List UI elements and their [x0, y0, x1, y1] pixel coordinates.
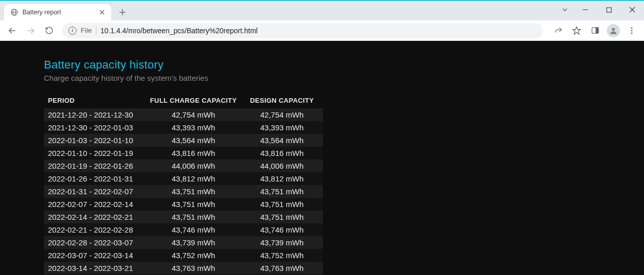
forward-button[interactable]: [22, 22, 39, 39]
table-row: 2022-01-26 - 2022-01-3143,812 mWh43,812 …: [44, 172, 323, 185]
cell-full-charge: 44,006 mWh: [146, 159, 246, 172]
url-scheme-label: File: [81, 27, 92, 34]
cell-period: 2022-02-07 - 2022-02-14: [44, 198, 146, 211]
cell-full-charge: 43,751 mWh: [146, 211, 246, 223]
cell-full-charge: 42,754 mWh: [146, 108, 246, 121]
page-content[interactable]: Battery capacity history Charge capacity…: [0, 41, 644, 275]
cell-period: 2022-01-19 - 2022-01-26: [44, 159, 146, 172]
cell-period: 2022-01-31 - 2022-02-07: [44, 185, 146, 198]
cell-design: 43,564 mWh: [246, 134, 323, 147]
cell-full-charge: 43,739 mWh: [146, 236, 246, 249]
cell-full-charge: 43,751 mWh: [146, 185, 246, 198]
svg-rect-8: [607, 8, 611, 12]
col-design: DESIGN CAPACITY: [246, 94, 323, 108]
menu-button[interactable]: [624, 22, 640, 39]
table-header-row: PERIOD FULL CHARGE CAPACITY DESIGN CAPAC…: [44, 94, 323, 108]
new-tab-button[interactable]: [115, 5, 130, 19]
cell-full-charge: 43,763 mWh: [146, 262, 246, 274]
cell-period: 2021-12-20 - 2021-12-30: [44, 108, 146, 121]
capacity-table: PERIOD FULL CHARGE CAPACITY DESIGN CAPAC…: [44, 94, 323, 274]
back-button[interactable]: [4, 22, 20, 39]
table-row: 2021-12-30 - 2022-01-0343,393 mWh43,393 …: [44, 121, 323, 134]
window-controls: [556, 1, 644, 18]
svg-point-17: [631, 27, 633, 29]
table-row: 2022-01-19 - 2022-01-2644,006 mWh44,006 …: [44, 159, 323, 172]
section-title: Battery capacity history: [44, 58, 644, 72]
tab-title: Battery report: [22, 9, 98, 16]
window-close-button[interactable]: [621, 1, 644, 18]
cell-design: 43,739 mWh: [246, 236, 323, 249]
cell-design: 43,751 mWh: [246, 198, 323, 211]
bookmark-button[interactable]: [568, 22, 585, 39]
cell-period: 2021-12-30 - 2022-01-03: [44, 121, 146, 134]
cell-design: 43,746 mWh: [246, 223, 323, 236]
table-row: 2022-01-10 - 2022-01-1943,816 mWh43,816 …: [44, 147, 323, 159]
cell-period: 2022-03-07 - 2022-03-14: [44, 249, 146, 262]
share-button[interactable]: [550, 22, 566, 39]
titlebar: Battery report: [0, 1, 644, 20]
cell-period: 2022-03-14 - 2022-03-21: [44, 262, 146, 274]
cell-full-charge: 43,751 mWh: [146, 198, 246, 211]
col-period: PERIOD: [44, 94, 146, 108]
reload-button[interactable]: [41, 22, 57, 39]
cell-design: 44,006 mWh: [246, 159, 323, 172]
col-full-charge: FULL CHARGE CAPACITY: [146, 94, 246, 108]
separator: [96, 27, 96, 35]
table-row: 2021-12-20 - 2021-12-3042,754 mWh42,754 …: [44, 108, 323, 121]
browser-window: Battery report: [0, 0, 644, 275]
viewport: Battery capacity history Charge capacity…: [0, 41, 644, 275]
cell-period: 2022-02-28 - 2022-03-07: [44, 236, 146, 249]
table-row: 2022-03-07 - 2022-03-1443,752 mWh43,752 …: [44, 249, 323, 262]
cell-design: 43,393 mWh: [246, 121, 323, 134]
cell-full-charge: 43,816 mWh: [146, 147, 246, 159]
profile-button[interactable]: [605, 22, 622, 39]
section-subtitle: Charge capacity history of the system's …: [44, 74, 644, 82]
window-maximize-button[interactable]: [597, 1, 621, 18]
table-row: 2022-02-21 - 2022-02-2843,746 mWh43,746 …: [44, 223, 323, 236]
cell-full-charge: 43,393 mWh: [146, 121, 246, 134]
cell-design: 43,752 mWh: [246, 249, 323, 262]
cell-full-charge: 43,564 mWh: [146, 134, 246, 147]
cell-period: 2022-01-26 - 2022-01-31: [44, 172, 146, 185]
address-bar[interactable]: i File 10.1.4.4/mro/between_pcs/Battery%…: [62, 23, 543, 38]
table-row: 2022-01-31 - 2022-02-0743,751 mWh43,751 …: [44, 185, 323, 198]
globe-icon: [10, 8, 18, 16]
svg-rect-15: [596, 28, 599, 33]
avatar-icon: [607, 24, 620, 37]
window-minimize-button[interactable]: [574, 1, 597, 18]
cell-design: 43,751 mWh: [246, 185, 323, 198]
cell-design: 42,754 mWh: [246, 108, 323, 121]
cell-full-charge: 43,812 mWh: [146, 172, 246, 185]
cell-design: 43,816 mWh: [246, 147, 323, 159]
table-row: 2022-01-03 - 2022-01-1043,564 mWh43,564 …: [44, 134, 323, 147]
cell-full-charge: 43,746 mWh: [146, 223, 246, 236]
cell-design: 43,812 mWh: [246, 172, 323, 185]
cell-period: 2022-02-14 - 2022-02-21: [44, 211, 146, 223]
cell-full-charge: 43,752 mWh: [146, 249, 246, 262]
cell-period: 2022-02-21 - 2022-02-28: [44, 223, 146, 236]
table-row: 2022-02-28 - 2022-03-0743,739 mWh43,739 …: [44, 236, 323, 249]
tab-search-button[interactable]: [556, 1, 574, 18]
browser-toolbar: i File 10.1.4.4/mro/between_pcs/Battery%…: [0, 20, 644, 41]
cell-design: 43,763 mWh: [246, 262, 323, 274]
cell-period: 2022-01-10 - 2022-01-19: [44, 147, 146, 159]
site-info-icon[interactable]: i: [68, 27, 77, 35]
svg-marker-13: [573, 27, 581, 34]
toolbar-right: [550, 22, 640, 39]
tab-close-button[interactable]: [98, 8, 106, 16]
cell-period: 2022-01-03 - 2022-01-10: [44, 134, 146, 147]
svg-point-18: [631, 30, 633, 31]
url-text: 10.1.4.4/mro/between_pcs/Battery%20repor…: [101, 27, 537, 35]
svg-point-19: [631, 32, 633, 34]
table-row: 2022-03-14 - 2022-03-2143,763 mWh43,763 …: [44, 262, 323, 274]
svg-point-16: [612, 28, 615, 31]
table-row: 2022-02-14 - 2022-02-2143,751 mWh43,751 …: [44, 211, 323, 223]
browser-tab[interactable]: Battery report: [4, 4, 111, 20]
side-panel-button[interactable]: [587, 22, 603, 39]
cell-design: 43,751 mWh: [246, 211, 323, 223]
table-row: 2022-02-07 - 2022-02-1443,751 mWh43,751 …: [44, 198, 323, 211]
